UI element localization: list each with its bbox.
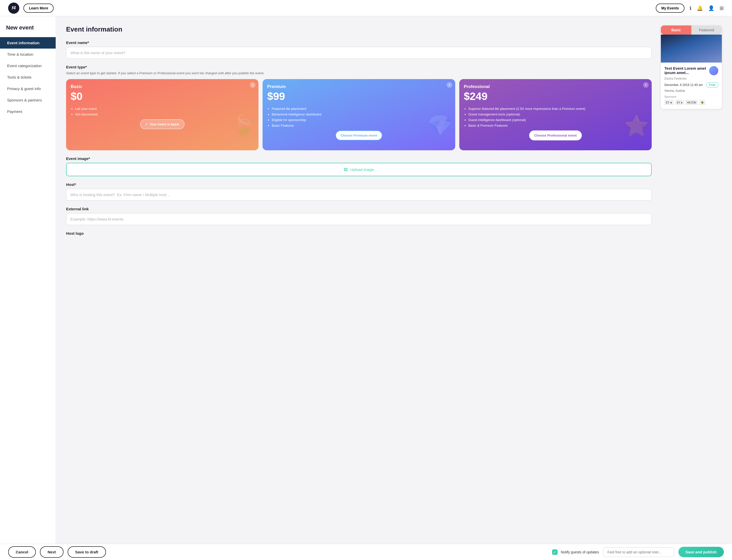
sidebar-item-time-location[interactable]: Time & location xyxy=(0,49,56,60)
my-events-button[interactable]: My Events xyxy=(656,4,684,13)
learn-more-button[interactable]: Learn More xyxy=(23,4,54,13)
professional-plan-name: Professional xyxy=(464,84,647,89)
bottom-bar: Cancel Next Save to draft ✓ Notify guest… xyxy=(0,544,732,560)
save-draft-button[interactable]: Save to draft xyxy=(68,546,106,558)
host-field: Host* xyxy=(66,182,652,201)
preview-body: Test Event Lorem amet ipsum amet... Dash… xyxy=(661,63,722,109)
preview-organizer: Dasha Pavlenko xyxy=(664,77,718,80)
external-link-label: External link xyxy=(66,207,652,211)
sponsor-logo-ey1: EY ★ xyxy=(664,100,674,105)
preview-date-row: December, 6 2019 11:40 am Free xyxy=(664,82,718,87)
event-type-label: Event type* xyxy=(66,65,652,69)
basic-info-icon[interactable]: i xyxy=(250,82,256,88)
premium-plan-footer: Choose Premium event xyxy=(267,130,450,140)
event-image-label: Event image* xyxy=(66,156,652,161)
professional-select-button[interactable]: Choose Professional event xyxy=(529,130,582,140)
premium-feature-2: Behavioral intelligence dashboard xyxy=(272,112,450,117)
note-input[interactable] xyxy=(603,547,674,557)
preview-location: Vienna, Austria xyxy=(664,89,718,93)
plan-toggle-featured[interactable]: Featured xyxy=(691,25,722,35)
premium-bg-icon: 💎 xyxy=(427,114,453,138)
notifications-icon[interactable]: 🔔 xyxy=(697,5,703,11)
professional-plan-features: Superior featured tile placement (2.5X m… xyxy=(464,106,647,128)
plan-card-premium: i Premium $99 Featured tile placement Be… xyxy=(263,79,455,150)
free-badge: Free xyxy=(706,82,718,87)
sidebar-item-payment[interactable]: Payment xyxy=(0,106,56,117)
premium-plan-price: $99 xyxy=(267,90,450,102)
professional-feature-4: Basic & Premium Features xyxy=(468,123,647,128)
basic-plan-price: $0 xyxy=(71,90,254,102)
event-name-input[interactable] xyxy=(66,47,652,59)
premium-feature-1: Featured tile placement xyxy=(272,106,450,112)
upload-icon: 🖼 xyxy=(344,167,348,172)
basic-plan-name: Basic xyxy=(71,84,254,89)
event-name-label: Event name* xyxy=(66,40,652,45)
sidebar-item-sponsors-partners[interactable]: Sponsors & partners xyxy=(0,94,56,106)
info-icon[interactable]: ℹ xyxy=(690,5,692,11)
sidebar-item-privacy-guest-info[interactable]: Privacy & guest info xyxy=(0,83,56,94)
sidebar-item-tools-tickets[interactable]: Tools & tickets xyxy=(0,71,56,83)
upload-image-button[interactable]: 🖼 Upload image xyxy=(66,163,652,176)
nav-right: My Events ℹ 🔔 👤 ⊞ xyxy=(656,4,724,13)
professional-plan-footer: Choose Professional event xyxy=(464,130,647,140)
profile-icon[interactable]: 👤 xyxy=(708,5,714,11)
preview-image xyxy=(661,35,722,63)
preview-sponsors-label: Sponsors: xyxy=(664,95,718,98)
premium-info-icon[interactable]: i xyxy=(446,82,452,88)
plan-card-professional: i Professional $249 Superior featured ti… xyxy=(459,79,652,150)
app-logo: f4 xyxy=(8,3,19,14)
event-type-field: Event type* Select an event type to get … xyxy=(66,65,652,150)
premium-feature-4: Basic Features xyxy=(272,123,450,128)
sponsor-logo-tree: 🌳 xyxy=(699,100,705,105)
cancel-button[interactable]: Cancel xyxy=(8,546,36,558)
basic-feature-1: List your event xyxy=(75,106,254,112)
notify-section: ✓ Notify guests of updates xyxy=(552,549,599,555)
premium-select-button[interactable]: Choose Premium event xyxy=(336,130,382,140)
save-publish-button[interactable]: Save and publish xyxy=(678,547,724,557)
preview-panel: Basic Featured Test Event Lorem amet ips… xyxy=(661,25,722,540)
premium-plan-name: Premium xyxy=(267,84,450,89)
page-title: Event information xyxy=(66,25,652,33)
host-input[interactable] xyxy=(66,189,652,201)
professional-feature-3: Guest intelligence dashboard (optional) xyxy=(468,117,647,123)
sidebar: New event Event information Time & locat… xyxy=(0,16,56,545)
top-navigation: f4 Learn More My Events ℹ 🔔 👤 ⊞ xyxy=(0,0,732,16)
professional-info-icon[interactable]: i xyxy=(643,82,649,88)
host-label: Host* xyxy=(66,182,652,187)
professional-feature-1: Superior featured tile placement (2.5X m… xyxy=(468,106,647,112)
event-name-field: Event name* xyxy=(66,40,652,59)
org-avatar xyxy=(709,66,718,75)
preview-image-gradient xyxy=(661,35,722,63)
add-event-icon[interactable]: ⊞ xyxy=(720,5,724,11)
preview-event-title: Test Event Lorem amet ipsum amet... xyxy=(664,66,718,75)
plan-toggle: Basic Featured xyxy=(661,25,722,35)
sponsor-logo-ey2: EY ● xyxy=(675,100,684,105)
sidebar-item-event-information[interactable]: Event information xyxy=(0,37,56,49)
plan-card-basic: i Basic $0 List your event Get discovere… xyxy=(66,79,259,150)
preview-sponsors: EY ★ EY ● HILTON 🌳 xyxy=(664,100,718,105)
plan-toggle-basic[interactable]: Basic xyxy=(661,25,691,35)
notify-checkbox[interactable]: ✓ xyxy=(552,549,558,555)
preview-card: Basic Featured Test Event Lorem amet ips… xyxy=(661,25,722,109)
host-logo-label: Host logo xyxy=(66,231,652,235)
premium-feature-3: Eligible for sponsorship xyxy=(272,117,450,123)
basic-plan-features: List your event Get discovered xyxy=(71,106,254,117)
notify-label: Notify guests of updates xyxy=(561,550,599,554)
event-type-description: Select an event type to get started. If … xyxy=(66,71,652,75)
external-link-input[interactable] xyxy=(66,213,652,225)
next-button[interactable]: Next xyxy=(40,546,64,558)
nav-left: f4 Learn More xyxy=(8,3,54,14)
plan-cards-container: i Basic $0 List your event Get discovere… xyxy=(66,79,652,150)
form-area: Event information Event name* Event type… xyxy=(66,25,652,540)
preview-date: December, 6 2019 11:40 am xyxy=(664,83,703,87)
event-image-field: Event image* 🖼 Upload image xyxy=(66,156,652,176)
premium-plan-features: Featured tile placement Behavioral intel… xyxy=(267,106,450,128)
basic-plan-footer: ✓ Your event is basic xyxy=(71,119,254,129)
main-content: Event information Event name* Event type… xyxy=(56,16,732,560)
professional-bg-icon: ⭐ xyxy=(624,114,649,138)
basic-bg-icon: 🍃 xyxy=(231,114,256,138)
sponsor-logo-hilton: HILTON xyxy=(685,100,698,105)
sidebar-item-event-categorization[interactable]: Event categorization xyxy=(0,60,56,71)
basic-select-button[interactable]: ✓ Your event is basic xyxy=(140,119,185,129)
basic-feature-2: Get discovered xyxy=(75,112,254,117)
